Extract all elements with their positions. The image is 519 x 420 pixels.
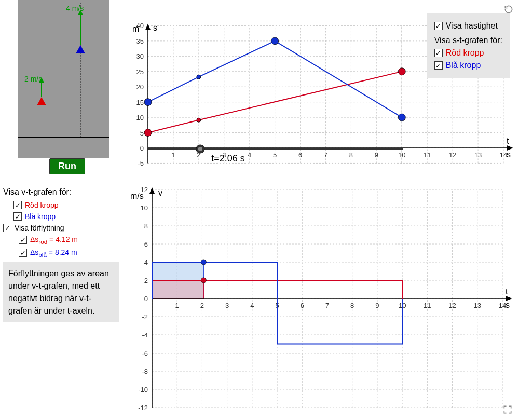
svg-text:30: 30 <box>136 52 144 60</box>
vt-controls-title: Visa v-t-grafen för: <box>3 187 119 197</box>
svg-text:10: 10 <box>398 151 405 159</box>
ds-blue-label: Δsblå = 8.24 m <box>30 248 77 258</box>
svg-text:s: s <box>507 150 511 159</box>
show-displacement-label: Visa förflyttning <box>15 224 64 232</box>
blue-body <box>76 45 85 53</box>
blue-velocity-arrow <box>80 14 81 45</box>
svg-text:25: 25 <box>136 68 144 76</box>
svg-marker-28 <box>145 23 151 30</box>
svg-text:15: 15 <box>136 99 144 106</box>
svg-point-63 <box>197 118 201 122</box>
svg-text:-10: -10 <box>138 386 148 394</box>
svg-text:v: v <box>158 188 162 197</box>
run-button[interactable]: Run <box>49 158 85 174</box>
svg-marker-101 <box>149 187 155 194</box>
vt-graph[interactable]: 1234567891011121314-12-10-8-6-4-20246810… <box>122 179 519 418</box>
svg-text:6: 6 <box>144 240 148 248</box>
svg-text:13: 13 <box>474 302 481 309</box>
svg-text:5: 5 <box>140 129 144 137</box>
st-legend-title: Visa s-t-grafen för: <box>434 36 502 45</box>
ds-blue-checkbox[interactable]: ✓ <box>19 249 27 257</box>
svg-text:6: 6 <box>301 302 304 309</box>
st-legend: ✓ Visa hastighet Visa s-t-grafen för: ✓ … <box>427 13 510 78</box>
displacement-info: Förflyttningen ges av arean under v-t-gr… <box>3 262 119 322</box>
svg-text:7: 7 <box>325 302 329 309</box>
svg-text:-4: -4 <box>142 331 148 339</box>
svg-text:35: 35 <box>136 37 144 45</box>
svg-text:5: 5 <box>273 151 277 159</box>
reset-icon[interactable] <box>503 4 514 15</box>
show-displacement-checkbox[interactable]: ✓ <box>3 224 11 232</box>
svg-text:12: 12 <box>449 151 456 159</box>
svg-text:0: 0 <box>140 144 144 152</box>
svg-text:3: 3 <box>225 302 229 309</box>
red-path-guide <box>42 3 42 138</box>
svg-text:8: 8 <box>144 222 148 230</box>
svg-point-60 <box>198 147 202 151</box>
svg-text:11: 11 <box>424 151 431 159</box>
st-blue-label: Blå kropp <box>446 61 481 70</box>
st-red-checkbox[interactable]: ✓ <box>434 49 443 57</box>
vt-blue-checkbox[interactable]: ✓ <box>13 212 22 221</box>
show-velocity-label: Visa hastighet <box>446 21 498 31</box>
show-velocity-checkbox[interactable]: ✓ <box>434 22 443 30</box>
svg-point-134 <box>201 278 206 283</box>
svg-point-68 <box>398 114 405 121</box>
st-red-label: Röd kropp <box>446 48 484 58</box>
st-graph-panel: 1234567891011121314-50510152025303540mst… <box>117 0 519 179</box>
svg-text:-6: -6 <box>142 349 148 357</box>
svg-text:2: 2 <box>144 277 148 284</box>
svg-text:7: 7 <box>324 151 327 159</box>
red-velocity-label: 2 m/s <box>24 75 42 83</box>
svg-point-65 <box>144 99 152 106</box>
ds-red-checkbox[interactable]: ✓ <box>19 236 27 244</box>
vt-blue-label: Blå kropp <box>25 212 56 221</box>
svg-text:-8: -8 <box>142 368 148 375</box>
svg-text:8: 8 <box>349 151 353 159</box>
svg-rect-98 <box>152 280 203 299</box>
st-blue-checkbox[interactable]: ✓ <box>434 61 443 70</box>
svg-text:9: 9 <box>375 151 378 159</box>
vt-red-checkbox[interactable]: ✓ <box>13 201 22 209</box>
svg-text:20: 20 <box>136 83 144 91</box>
svg-text:1: 1 <box>171 151 175 159</box>
svg-text:11: 11 <box>424 302 431 309</box>
svg-text:1: 1 <box>175 302 179 309</box>
svg-text:t=2.06 s: t=2.06 s <box>211 153 245 164</box>
fullscreen-icon[interactable] <box>502 404 513 415</box>
svg-text:9: 9 <box>375 302 379 309</box>
svg-text:s: s <box>153 23 157 32</box>
vt-red-label: Röd kropp <box>25 201 59 209</box>
svg-text:s: s <box>506 301 510 309</box>
svg-text:2: 2 <box>200 302 204 309</box>
svg-text:10: 10 <box>136 114 144 121</box>
svg-text:-12: -12 <box>138 404 148 412</box>
vt-graph-panel: 1234567891011121314-12-10-8-6-4-20246810… <box>122 179 519 420</box>
simulation-area: 2 m/s 4 m/s <box>18 0 109 158</box>
svg-text:8: 8 <box>350 302 354 309</box>
ds-red-label: Δsröd = 4.12 m <box>30 235 78 245</box>
svg-text:12: 12 <box>448 302 456 309</box>
vt-controls-panel: Visa v-t-grafen för: ✓ Röd kropp ✓ Blå k… <box>0 179 122 420</box>
svg-text:m/s: m/s <box>130 192 144 200</box>
red-body <box>37 97 46 105</box>
svg-text:t: t <box>507 137 509 145</box>
svg-text:-2: -2 <box>142 313 148 321</box>
svg-text:6: 6 <box>298 151 302 159</box>
svg-text:10: 10 <box>141 204 148 212</box>
ground-line <box>18 137 109 138</box>
svg-point-67 <box>271 37 279 45</box>
svg-point-64 <box>398 68 405 75</box>
svg-text:13: 13 <box>474 151 482 159</box>
svg-text:-5: -5 <box>138 159 144 167</box>
svg-text:4: 4 <box>250 302 254 309</box>
svg-text:m: m <box>132 24 139 33</box>
svg-text:4: 4 <box>144 259 148 266</box>
red-velocity-arrow <box>41 82 42 97</box>
svg-text:t: t <box>506 287 508 296</box>
svg-text:0: 0 <box>144 295 148 303</box>
simulation-panel: 2 m/s 4 m/s Run <box>0 0 117 179</box>
svg-point-66 <box>197 75 201 79</box>
svg-point-62 <box>144 129 152 137</box>
svg-point-135 <box>201 260 206 265</box>
